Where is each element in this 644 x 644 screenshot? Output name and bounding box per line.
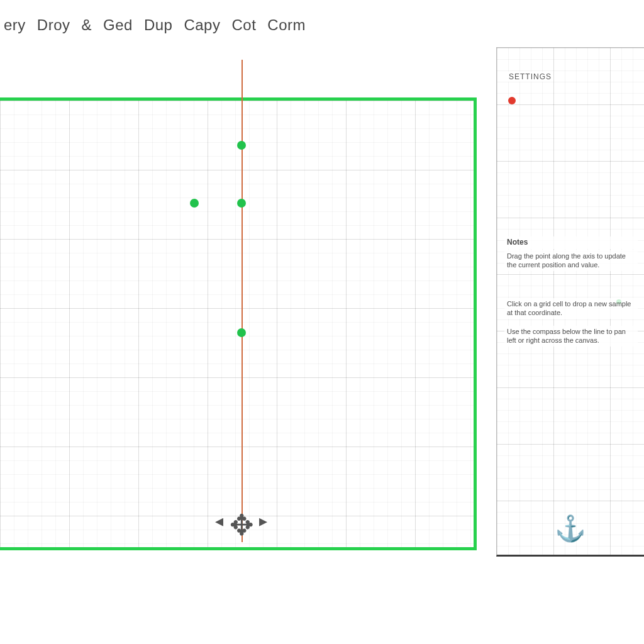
toolbar-item[interactable]: Cot: [231, 16, 256, 34]
panel-header: SETTINGS: [507, 72, 553, 82]
panel-note: Drag the point along the axis to update …: [504, 250, 638, 271]
panel-subhead: Notes: [504, 236, 638, 249]
side-panel: SETTINGS Notes Drag the point along the …: [496, 47, 644, 557]
data-point[interactable]: [190, 199, 199, 208]
toolbar-item[interactable]: Ged: [103, 16, 133, 34]
legend-dot-icon: [508, 97, 516, 104]
data-point[interactable]: [237, 199, 246, 208]
data-point[interactable]: [237, 328, 246, 337]
chart-grid: [0, 101, 474, 547]
panel-note: Click on a grid cell to drop a new sampl…: [504, 298, 638, 319]
pan-right-icon[interactable]: ▸: [259, 511, 267, 531]
toolbar: ery Droy & Ged Dup Capy Cot Corm: [0, 13, 644, 38]
toolbar-item[interactable]: Corm: [267, 16, 306, 34]
anchor-icon[interactable]: ⚓: [555, 514, 586, 543]
toolbar-item[interactable]: &: [82, 16, 92, 34]
compass-icon[interactable]: ✥: [230, 511, 254, 540]
toolbar-item[interactable]: Capy: [184, 16, 220, 34]
panel-note: Use the compass below the line to pan le…: [504, 326, 638, 347]
pan-left-icon[interactable]: ◂: [215, 511, 223, 531]
toolbar-item[interactable]: Droy: [37, 16, 70, 34]
data-point[interactable]: [237, 141, 246, 150]
chart-canvas[interactable]: ◂ ▸ ✥: [0, 97, 477, 550]
toolbar-item[interactable]: Dup: [144, 16, 173, 34]
toolbar-item[interactable]: ery: [4, 16, 26, 34]
cursor-line[interactable]: [242, 60, 243, 542]
